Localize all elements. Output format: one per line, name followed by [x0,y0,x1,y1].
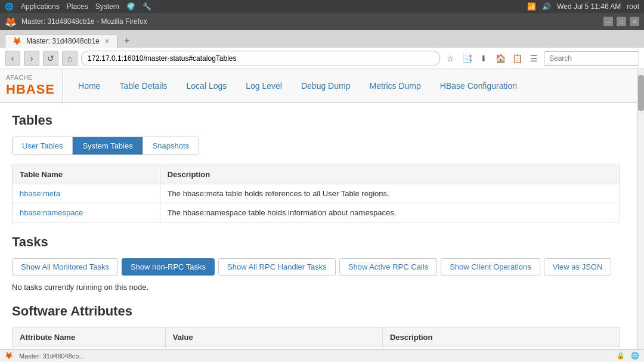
tasks-section: Tasks Show All Monitored Tasks Show non-… [12,234,620,292]
hbase-nav-links: Home Table Details Local Logs Log Level … [69,73,527,99]
table-desc-cell: The hbase:meta table holds references to… [160,184,620,203]
url-bar[interactable] [81,51,440,66]
hbase-meta-link[interactable]: hbase:meta [20,189,60,198]
tab-favicon: 🦊 [13,37,21,45]
logo-hbase-text: HBASE [6,82,55,97]
browser-title-bar: 🦊 Master: 31d48048cb1e - Mozilla Firefox… [0,13,644,30]
tables-tbody: hbase:meta The hbase:meta table holds re… [13,184,620,222]
tables-table: Table Name Description hbase:meta The hb… [12,165,620,222]
software-thead: Attribute Name Value Description [13,328,620,347]
os-apps-menu[interactable]: Applications [21,2,60,11]
btn-view-json[interactable]: View as JSON [544,258,612,276]
os-taskbar-left: 🌐 Applications Places System 🌍 🔧 [5,2,151,11]
scrollbar-thumb[interactable] [638,75,644,111]
tasks-button-group: Show All Monitored Tasks Show non-RPC Ta… [12,258,620,276]
table-desc-cell: The hbase:namespace table holds informat… [160,203,620,222]
btn-show-non-rpc[interactable]: Show non-RPC Tasks [122,258,215,276]
btn-show-active-rpc[interactable]: Show Active RPC Calls [339,258,437,276]
maximize-button[interactable]: □ [617,17,626,26]
tab-user-tables[interactable]: User Tables [13,137,73,154]
col-table-name: Table Name [13,165,160,184]
software-title: Software Attributes [12,304,620,319]
nav-link-table-details[interactable]: Table Details [110,73,177,99]
menu-icon[interactable]: ☰ [527,52,540,65]
software-header-row: Attribute Name Value Description [13,328,620,347]
col-description: Description [160,165,620,184]
tasks-title: Tasks [12,234,620,250]
pocket-icon[interactable]: 📋 [510,52,524,65]
status-tab-label: Master: 31d48048cb... [19,352,84,360]
os-taskbar: 🌐 Applications Places System 🌍 🔧 📶 🔊 Wed… [0,0,644,13]
back-button[interactable]: ‹ [5,51,20,66]
active-tab[interactable]: 🦊 Master: 31d48048cb1e ✕ [5,34,117,48]
bookmark-icon[interactable]: 📑 [460,52,473,65]
status-firefox-icon: 🦊 [5,352,13,360]
os-places-menu[interactable]: Places [67,2,88,11]
status-icon1: 🔒 [617,352,625,360]
tables-section: Tables User Tables System Tables Snapsho… [12,113,620,222]
os-globe-icon: 🌐 [5,2,14,11]
tab-close-button[interactable]: ✕ [104,38,110,45]
search-input[interactable] [544,51,639,66]
tab-system-tables[interactable]: System Tables [73,137,143,154]
btn-show-client-ops[interactable]: Show Client Operations [441,258,540,276]
address-icons: ☆ 📑 ⬇ 🏠 📋 ☰ [444,52,540,65]
no-tasks-message: No tasks currently running on this node. [12,283,620,292]
nav-link-log-level[interactable]: Log Level [236,73,292,99]
hbase-namespace-link[interactable]: hbase:namespace [20,208,83,217]
nav-link-metrics-dump[interactable]: Metrics Dump [360,73,430,99]
window-controls: – □ ✕ [603,17,639,26]
col-attr-desc: Description [382,328,620,347]
bookmark-star-icon[interactable]: ☆ [444,52,457,65]
col-attr-name: Attribute Name [13,328,166,347]
scrollbar-track[interactable] [637,69,644,362]
btn-show-all-rpc[interactable]: Show All RPC Handler Tasks [218,258,336,276]
browser-window-title: Master: 31d48048cb1e - Mozilla Firefox [21,17,599,26]
firefox-icon: 🦊 [5,16,17,27]
close-button[interactable]: ✕ [630,17,639,26]
os-system-menu[interactable]: System [95,2,119,11]
os-network-icon: 📶 [527,2,536,11]
nav-link-debug-dump[interactable]: Debug Dump [292,73,360,99]
new-tab-button[interactable]: + [120,33,134,48]
table-row: hbase:namespace The hbase:namespace tabl… [13,203,620,222]
nav-link-home[interactable]: Home [69,73,110,99]
tab-snapshots[interactable]: Snapshots [143,137,199,154]
status-bar: 🦊 Master: 31d48048cb... 🔒 🌐 [0,349,644,362]
hbase-navbar: APACHE HBASE Home Table Details Local Lo… [0,69,637,103]
table-name-cell: hbase:meta [13,184,160,203]
table-name-cell: hbase:namespace [13,203,160,222]
main-content-area: APACHE HBASE Home Table Details Local Lo… [0,69,637,362]
btn-show-all-monitored[interactable]: Show All Monitored Tasks [12,258,118,276]
tab-bar: 🦊 Master: 31d48048cb1e ✕ + [0,30,644,48]
col-value: Value [165,328,382,347]
download-icon[interactable]: ⬇ [477,52,490,65]
os-taskbar-right: 📶 🔊 Wed Jul 5 11:46 AM root [527,2,639,11]
os-datetime: Wed Jul 5 11:46 AM [557,2,621,11]
table-row: hbase:meta The hbase:meta table holds re… [13,184,620,203]
tables-thead: Table Name Description [13,165,620,184]
os-user: root [627,2,639,11]
nav-link-hbase-config[interactable]: HBase Configuration [431,73,527,99]
minimize-button[interactable]: – [603,17,613,26]
status-icon2: 🌐 [631,352,639,360]
hbase-logo: APACHE HBASE [6,69,63,102]
forward-button[interactable]: › [24,51,39,66]
tables-header-row: Table Name Description [13,165,620,184]
browser-content: APACHE HBASE Home Table Details Local Lo… [0,69,644,362]
tables-tab-group: User Tables System Tables Snapshots [12,137,199,155]
home-nav-button[interactable]: ⌂ [62,51,78,66]
refresh-button[interactable]: ↺ [43,51,58,66]
logo-apache-text: APACHE [6,74,55,82]
nav-link-local-logs[interactable]: Local Logs [177,73,237,99]
os-icon1: 🌍 [126,2,135,11]
home-icon[interactable]: 🏠 [494,52,507,65]
os-audio-icon: 🔊 [542,2,551,11]
address-bar: ‹ › ↺ ⌂ ☆ 📑 ⬇ 🏠 📋 ☰ [0,48,644,69]
page-content: Tables User Tables System Tables Snapsho… [0,103,632,362]
os-icon2: 🔧 [143,2,151,11]
tables-title: Tables [12,113,620,128]
tab-title: Master: 31d48048cb1e [26,37,100,45]
